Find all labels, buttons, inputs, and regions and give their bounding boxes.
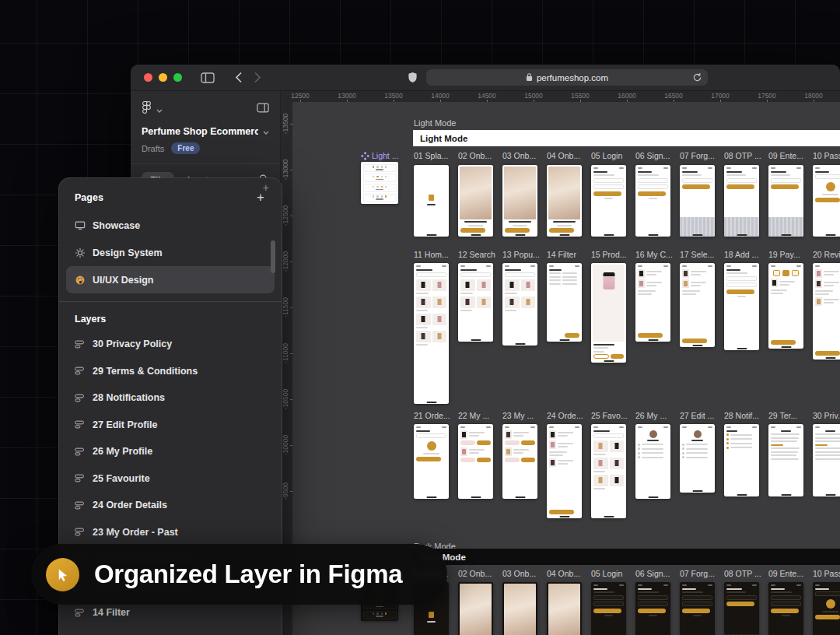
app-frame-profile[interactable] <box>635 424 670 499</box>
layer-item[interactable]: 29 Terms & Conditions <box>59 358 282 385</box>
app-frame-cart[interactable] <box>635 263 670 342</box>
chevron-down-icon[interactable] <box>156 102 163 116</box>
frame-label[interactable]: 16 My C... <box>635 250 677 259</box>
app-frame-notif[interactable] <box>724 424 759 496</box>
frame-label[interactable]: 05 Login <box>591 569 633 578</box>
frame-label[interactable]: 14 Filter <box>547 250 589 259</box>
app-frame-filter[interactable] <box>547 263 582 342</box>
section-bar-dark-mode[interactable]: Dark Mode <box>413 549 840 565</box>
frame-label[interactable]: 02 Onb... <box>458 569 500 578</box>
frame-label[interactable]: 09 Ente... <box>768 151 810 160</box>
app-frame-grid[interactable] <box>591 424 626 518</box>
app-frame-photo[interactable] <box>458 165 493 237</box>
minimize-window-button[interactable] <box>159 73 167 82</box>
file-menu-chevron-icon[interactable] <box>263 126 269 137</box>
app-frame-orders[interactable] <box>502 424 537 499</box>
app-frame-photo[interactable] <box>502 582 537 635</box>
frame-label[interactable]: 21 Orde... <box>414 411 456 420</box>
app-frame-grid[interactable] <box>414 263 449 404</box>
privacy-shield-icon[interactable] <box>408 72 418 83</box>
panel-scrollbar[interactable] <box>271 240 275 273</box>
app-frame-photo[interactable] <box>458 582 493 635</box>
frame-label[interactable]: 12 Search <box>458 250 500 259</box>
frame-label[interactable]: 04 Onb... <box>547 151 589 160</box>
section-bar-light-mode[interactable]: Light Mode <box>413 130 840 146</box>
app-frame-text[interactable] <box>768 424 803 496</box>
app-frame-success[interactable] <box>414 424 449 499</box>
app-frame-splash[interactable] <box>414 165 449 237</box>
frame-label[interactable]: 03 Onb... <box>502 569 544 578</box>
frame-label[interactable]: 11 Hom... <box>414 250 456 259</box>
frame-label[interactable]: 15 Prod... <box>591 250 633 259</box>
forward-button[interactable] <box>254 72 261 82</box>
app-frame-form[interactable] <box>591 582 626 635</box>
frame-label[interactable]: 06 Sign... <box>635 569 677 578</box>
layer-item[interactable]: 25 Favourite <box>59 465 282 493</box>
frame-label[interactable]: 01 Spla... <box>414 151 456 160</box>
app-frame-form[interactable] <box>768 582 803 635</box>
layer-item[interactable]: 28 Notifications <box>59 384 282 412</box>
frame-label[interactable]: 25 Favo... <box>591 411 633 420</box>
file-location[interactable]: Drafts <box>142 144 164 153</box>
app-frame-keyboard[interactable] <box>724 582 759 635</box>
app-frame-keyboard[interactable] <box>768 165 803 237</box>
frame-label[interactable]: 17 Sele... <box>680 250 722 259</box>
component-label[interactable]: Light ... <box>361 151 409 160</box>
layer-item[interactable]: 27 Edit Profile <box>59 412 282 439</box>
frame-label[interactable]: 08 OTP ... <box>724 569 766 578</box>
app-frame-profile[interactable] <box>680 424 715 493</box>
frame-label[interactable]: 19 Pay... <box>768 250 810 259</box>
frame-label[interactable]: 20 Revi... <box>813 250 840 259</box>
section-title-light-mode[interactable]: Light Mode <box>414 118 456 128</box>
frame-label[interactable]: 30 Priv... <box>813 411 840 420</box>
layer-item[interactable]: 30 Privacy Policy <box>59 331 282 358</box>
frame-label[interactable]: 10 Pass... <box>813 151 840 160</box>
zoom-window-button[interactable] <box>173 73 182 82</box>
app-frame-form[interactable] <box>591 165 626 237</box>
frame-label[interactable]: 07 Forg... <box>680 151 722 160</box>
address-bar[interactable]: perfumeshop.com <box>426 69 708 86</box>
frame-label[interactable]: 27 Edit ... <box>680 411 722 420</box>
frame-label[interactable]: 28 Notif... <box>724 411 766 420</box>
layer-item[interactable]: 23 My Order - Past <box>59 519 282 546</box>
close-window-button[interactable] <box>144 73 152 82</box>
app-frame-orders[interactable] <box>458 424 493 499</box>
page-item-ui-ux-design[interactable]: UI/UX Design <box>66 266 275 293</box>
frame-label[interactable]: 06 Sign... <box>635 151 677 160</box>
app-frame-form[interactable] <box>635 165 670 237</box>
refresh-button[interactable] <box>692 72 702 84</box>
frame-label[interactable]: 10 Pass... <box>813 569 840 578</box>
app-frame-form[interactable] <box>724 263 759 350</box>
app-frame-success[interactable] <box>813 165 840 237</box>
browser-sidebar-toggle[interactable] <box>201 72 215 83</box>
frame-label[interactable]: 18 Add ... <box>724 250 766 259</box>
app-frame-payment[interactable] <box>768 263 803 349</box>
app-frame-text[interactable] <box>813 424 840 496</box>
app-frame-cart[interactable] <box>680 263 715 347</box>
frame-label[interactable]: 26 My ... <box>635 411 677 420</box>
app-frame-photo[interactable] <box>547 582 582 635</box>
frame-label[interactable]: 05 Login <box>591 151 633 160</box>
frame-label[interactable]: 04 Onb... <box>547 569 589 578</box>
app-frame-photo[interactable] <box>502 165 537 237</box>
frame-label[interactable]: 22 My ... <box>458 411 500 420</box>
frame-label[interactable]: 03 Onb... <box>502 151 544 160</box>
horizontal-ruler[interactable]: 1250013000135001400014500150001550016000… <box>281 91 840 103</box>
page-item-design-system[interactable]: Design System <box>66 239 275 266</box>
app-frame-detail[interactable] <box>591 263 626 363</box>
frame-label[interactable]: 13 Popu... <box>502 250 544 259</box>
app-frame-keyboard[interactable] <box>680 165 715 237</box>
panel-collapse-icon[interactable] <box>257 102 269 116</box>
frame-label[interactable]: 09 Ente... <box>768 569 810 578</box>
app-frame-grid[interactable] <box>458 263 493 342</box>
frame-label[interactable]: 02 Onb... <box>458 151 500 160</box>
frame-label[interactable]: 29 Ter... <box>768 411 810 420</box>
app-frame-keyboard[interactable] <box>724 165 759 237</box>
layer-item[interactable]: 26 My Profile <box>59 438 282 465</box>
app-frame-cart[interactable] <box>813 263 840 360</box>
app-frame-grid[interactable] <box>502 263 537 346</box>
frame-label[interactable]: 24 Orde... <box>547 411 589 420</box>
app-frame-success[interactable] <box>813 582 840 635</box>
layer-item[interactable]: 24 Order Details <box>59 492 282 519</box>
navbar-component-set[interactable] <box>361 162 398 204</box>
